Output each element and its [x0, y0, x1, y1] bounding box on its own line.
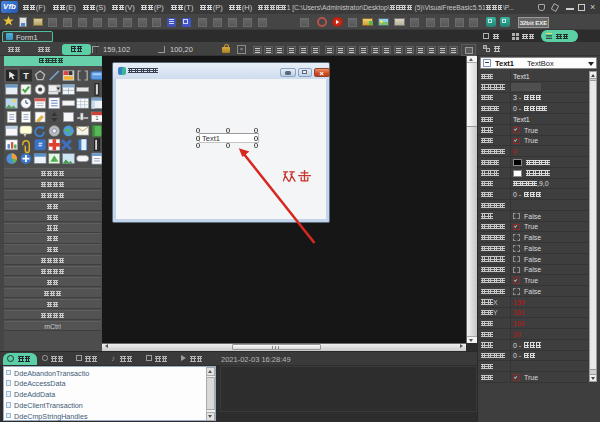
svg-text:#: #	[38, 141, 42, 148]
svg-text:T: T	[23, 71, 29, 81]
